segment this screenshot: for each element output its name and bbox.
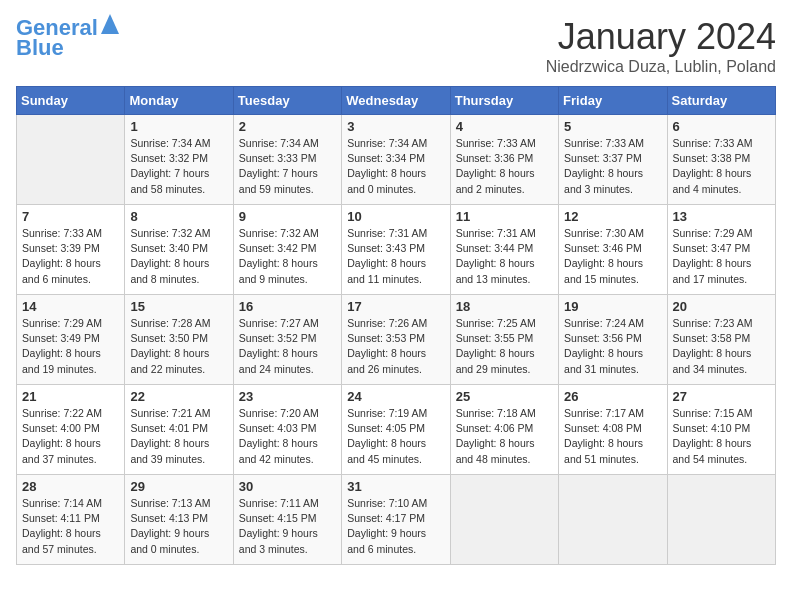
day-number: 13 [673,209,770,224]
day-number: 23 [239,389,336,404]
calendar-cell: 12Sunrise: 7:30 AMSunset: 3:46 PMDayligh… [559,205,667,295]
day-number: 4 [456,119,553,134]
day-number: 25 [456,389,553,404]
day-info: Sunrise: 7:34 AMSunset: 3:34 PMDaylight:… [347,136,444,197]
day-info: Sunrise: 7:33 AMSunset: 3:37 PMDaylight:… [564,136,661,197]
day-info: Sunrise: 7:25 AMSunset: 3:55 PMDaylight:… [456,316,553,377]
day-number: 26 [564,389,661,404]
calendar-cell: 28Sunrise: 7:14 AMSunset: 4:11 PMDayligh… [17,475,125,565]
day-number: 1 [130,119,227,134]
day-number: 8 [130,209,227,224]
title-section: January 2024 Niedrzwica Duza, Lublin, Po… [546,16,776,76]
day-info: Sunrise: 7:30 AMSunset: 3:46 PMDaylight:… [564,226,661,287]
calendar-cell: 11Sunrise: 7:31 AMSunset: 3:44 PMDayligh… [450,205,558,295]
calendar-cell: 14Sunrise: 7:29 AMSunset: 3:49 PMDayligh… [17,295,125,385]
week-row-0: 1Sunrise: 7:34 AMSunset: 3:32 PMDaylight… [17,115,776,205]
day-number: 10 [347,209,444,224]
calendar-cell: 9Sunrise: 7:32 AMSunset: 3:42 PMDaylight… [233,205,341,295]
svg-marker-0 [101,14,119,34]
header-tuesday: Tuesday [233,87,341,115]
calendar-cell: 31Sunrise: 7:10 AMSunset: 4:17 PMDayligh… [342,475,450,565]
day-number: 27 [673,389,770,404]
calendar-cell: 16Sunrise: 7:27 AMSunset: 3:52 PMDayligh… [233,295,341,385]
day-info: Sunrise: 7:14 AMSunset: 4:11 PMDaylight:… [22,496,119,557]
day-number: 22 [130,389,227,404]
header-monday: Monday [125,87,233,115]
day-number: 24 [347,389,444,404]
day-number: 21 [22,389,119,404]
day-info: Sunrise: 7:33 AMSunset: 3:36 PMDaylight:… [456,136,553,197]
week-row-2: 14Sunrise: 7:29 AMSunset: 3:49 PMDayligh… [17,295,776,385]
day-number: 7 [22,209,119,224]
calendar-cell [559,475,667,565]
calendar-cell: 15Sunrise: 7:28 AMSunset: 3:50 PMDayligh… [125,295,233,385]
calendar-cell [450,475,558,565]
calendar-cell: 18Sunrise: 7:25 AMSunset: 3:55 PMDayligh… [450,295,558,385]
calendar-cell: 21Sunrise: 7:22 AMSunset: 4:00 PMDayligh… [17,385,125,475]
calendar-cell: 26Sunrise: 7:17 AMSunset: 4:08 PMDayligh… [559,385,667,475]
day-info: Sunrise: 7:15 AMSunset: 4:10 PMDaylight:… [673,406,770,467]
calendar-cell: 23Sunrise: 7:20 AMSunset: 4:03 PMDayligh… [233,385,341,475]
header-thursday: Thursday [450,87,558,115]
header-sunday: Sunday [17,87,125,115]
day-number: 6 [673,119,770,134]
day-info: Sunrise: 7:28 AMSunset: 3:50 PMDaylight:… [130,316,227,377]
day-info: Sunrise: 7:21 AMSunset: 4:01 PMDaylight:… [130,406,227,467]
day-number: 17 [347,299,444,314]
calendar-cell: 19Sunrise: 7:24 AMSunset: 3:56 PMDayligh… [559,295,667,385]
day-info: Sunrise: 7:31 AMSunset: 3:43 PMDaylight:… [347,226,444,287]
day-info: Sunrise: 7:10 AMSunset: 4:17 PMDaylight:… [347,496,444,557]
day-info: Sunrise: 7:17 AMSunset: 4:08 PMDaylight:… [564,406,661,467]
calendar-body: 1Sunrise: 7:34 AMSunset: 3:32 PMDaylight… [17,115,776,565]
day-number: 9 [239,209,336,224]
logo-text-blue: Blue [16,36,64,60]
day-info: Sunrise: 7:31 AMSunset: 3:44 PMDaylight:… [456,226,553,287]
day-info: Sunrise: 7:34 AMSunset: 3:33 PMDaylight:… [239,136,336,197]
calendar-header-row: SundayMondayTuesdayWednesdayThursdayFrid… [17,87,776,115]
day-number: 30 [239,479,336,494]
day-number: 2 [239,119,336,134]
day-number: 14 [22,299,119,314]
day-info: Sunrise: 7:20 AMSunset: 4:03 PMDaylight:… [239,406,336,467]
day-number: 18 [456,299,553,314]
month-title: January 2024 [546,16,776,58]
day-info: Sunrise: 7:22 AMSunset: 4:00 PMDaylight:… [22,406,119,467]
day-info: Sunrise: 7:19 AMSunset: 4:05 PMDaylight:… [347,406,444,467]
day-info: Sunrise: 7:27 AMSunset: 3:52 PMDaylight:… [239,316,336,377]
calendar-cell: 10Sunrise: 7:31 AMSunset: 3:43 PMDayligh… [342,205,450,295]
day-number: 20 [673,299,770,314]
day-number: 19 [564,299,661,314]
day-info: Sunrise: 7:26 AMSunset: 3:53 PMDaylight:… [347,316,444,377]
calendar-cell: 29Sunrise: 7:13 AMSunset: 4:13 PMDayligh… [125,475,233,565]
location: Niedrzwica Duza, Lublin, Poland [546,58,776,76]
calendar-cell [667,475,775,565]
logo: General Blue [16,16,119,60]
calendar-cell: 4Sunrise: 7:33 AMSunset: 3:36 PMDaylight… [450,115,558,205]
calendar-cell: 24Sunrise: 7:19 AMSunset: 4:05 PMDayligh… [342,385,450,475]
day-info: Sunrise: 7:32 AMSunset: 3:40 PMDaylight:… [130,226,227,287]
week-row-1: 7Sunrise: 7:33 AMSunset: 3:39 PMDaylight… [17,205,776,295]
day-info: Sunrise: 7:13 AMSunset: 4:13 PMDaylight:… [130,496,227,557]
day-number: 15 [130,299,227,314]
day-number: 16 [239,299,336,314]
logo-triangle-icon [101,14,119,34]
calendar-cell: 22Sunrise: 7:21 AMSunset: 4:01 PMDayligh… [125,385,233,475]
day-info: Sunrise: 7:29 AMSunset: 3:47 PMDaylight:… [673,226,770,287]
calendar-cell: 3Sunrise: 7:34 AMSunset: 3:34 PMDaylight… [342,115,450,205]
day-number: 11 [456,209,553,224]
day-info: Sunrise: 7:11 AMSunset: 4:15 PMDaylight:… [239,496,336,557]
calendar-cell: 1Sunrise: 7:34 AMSunset: 3:32 PMDaylight… [125,115,233,205]
week-row-3: 21Sunrise: 7:22 AMSunset: 4:00 PMDayligh… [17,385,776,475]
calendar-cell: 25Sunrise: 7:18 AMSunset: 4:06 PMDayligh… [450,385,558,475]
calendar-cell: 20Sunrise: 7:23 AMSunset: 3:58 PMDayligh… [667,295,775,385]
calendar-cell: 6Sunrise: 7:33 AMSunset: 3:38 PMDaylight… [667,115,775,205]
calendar-cell: 13Sunrise: 7:29 AMSunset: 3:47 PMDayligh… [667,205,775,295]
day-number: 28 [22,479,119,494]
day-number: 31 [347,479,444,494]
day-info: Sunrise: 7:29 AMSunset: 3:49 PMDaylight:… [22,316,119,377]
header-saturday: Saturday [667,87,775,115]
week-row-4: 28Sunrise: 7:14 AMSunset: 4:11 PMDayligh… [17,475,776,565]
page-header: General Blue January 2024 Niedrzwica Duz… [16,16,776,76]
day-info: Sunrise: 7:23 AMSunset: 3:58 PMDaylight:… [673,316,770,377]
calendar-cell: 8Sunrise: 7:32 AMSunset: 3:40 PMDaylight… [125,205,233,295]
